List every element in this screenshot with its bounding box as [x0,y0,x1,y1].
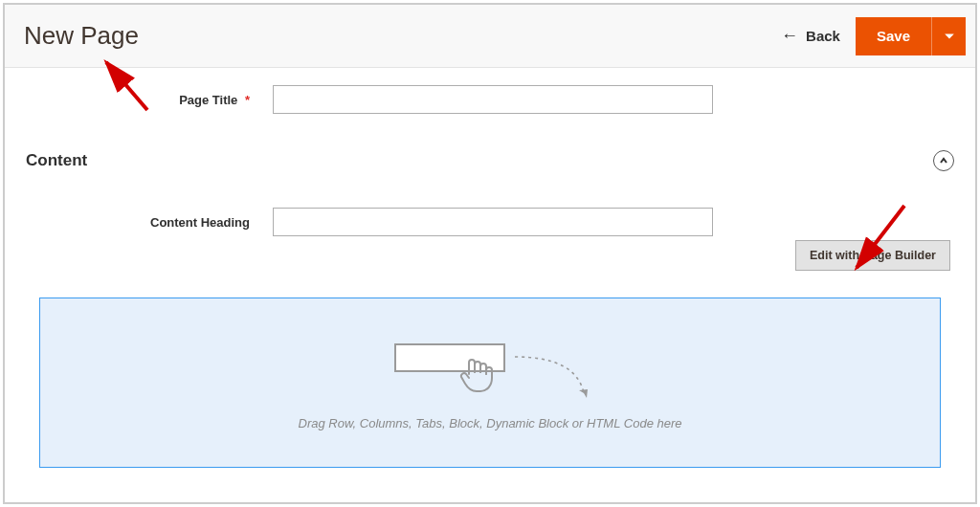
page-title-label: Page Title * [24,93,273,107]
save-button[interactable]: Save [856,17,931,55]
curve-arrow-icon [509,349,605,407]
page-title-row: Page Title * [24,85,956,114]
page-header: New Page ← Back Save [5,5,975,68]
content-section-title: Content [26,151,933,170]
chevron-down-icon [944,31,955,42]
page-title: New Page [24,21,766,51]
save-dropdown-button[interactable] [931,17,966,55]
back-label: Back [806,28,840,44]
content-section-body: Content Heading Edit with Page Builder [5,188,975,477]
page-title-section: Page Title * [5,68,975,131]
chevron-up-icon [939,156,948,165]
required-asterisk: * [245,93,250,107]
content-heading-input[interactable] [273,208,713,236]
page-title-input[interactable] [273,85,713,114]
content-section-header[interactable]: Content [5,131,975,188]
edit-with-page-builder-button[interactable]: Edit with Page Builder [795,240,950,271]
back-arrow-icon: ← [781,26,798,46]
content-heading-label: Content Heading [24,215,273,230]
content-heading-row: Content Heading [24,208,956,236]
back-button[interactable]: ← Back [766,26,856,46]
collapse-button[interactable] [933,150,954,171]
dropzone-illustration [385,336,595,403]
hand-drag-icon [456,353,500,397]
page-builder-dropzone[interactable]: Drag Row, Columns, Tabs, Block, Dynamic … [39,298,941,468]
dropzone-text: Drag Row, Columns, Tabs, Block, Dynamic … [299,416,682,430]
